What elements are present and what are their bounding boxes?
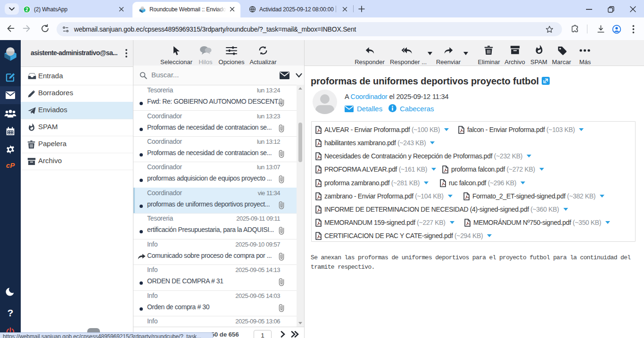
svg-text:2: 2 bbox=[25, 7, 28, 12]
